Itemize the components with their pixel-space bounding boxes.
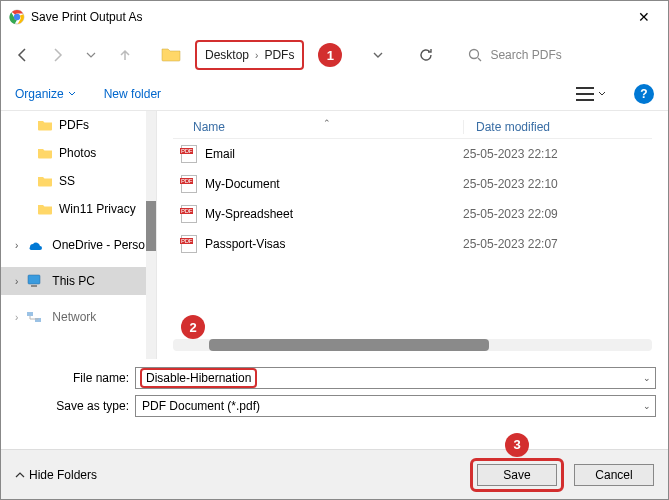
filename-value: Disable-Hibernation xyxy=(140,368,257,388)
file-row[interactable]: Passport-Visas25-05-2023 22:07 xyxy=(173,229,652,259)
saveastype-select[interactable]: PDF Document (*.pdf) ⌄ xyxy=(135,395,656,417)
annotation-callout-1: 1 xyxy=(318,43,342,67)
search-icon xyxy=(468,48,482,62)
filename-input[interactable]: Disable-Hibernation ⌄ xyxy=(135,367,656,389)
save-button[interactable]: Save xyxy=(477,464,557,486)
file-row[interactable]: My-Spreadsheet25-05-2023 22:09 xyxy=(173,199,652,229)
sidebar-item-pdfs[interactable]: PDFs xyxy=(1,111,156,139)
sidebar-item-win11[interactable]: Win11 Privacy xyxy=(1,195,156,223)
search-placeholder: Search PDFs xyxy=(490,48,561,62)
svg-rect-4 xyxy=(31,285,37,287)
organize-menu[interactable]: Organize xyxy=(15,87,76,101)
chevron-up-icon xyxy=(15,470,25,480)
file-row[interactable]: My-Document25-05-2023 22:10 xyxy=(173,169,652,199)
annotation-callout-2: 2 xyxy=(181,315,205,339)
pdf-icon xyxy=(181,205,197,223)
annotation-callout-3: 3 xyxy=(505,433,529,457)
new-folder-button[interactable]: New folder xyxy=(104,87,161,101)
breadcrumb-part[interactable]: PDFs xyxy=(264,48,294,62)
sidebar-scroll-thumb[interactable] xyxy=(146,201,156,251)
column-header-name[interactable]: Name⌃ xyxy=(173,120,463,134)
help-button[interactable]: ? xyxy=(634,84,654,104)
svg-rect-3 xyxy=(28,275,40,284)
chevron-down-icon[interactable]: ⌄ xyxy=(643,373,651,383)
list-view-icon xyxy=(576,87,594,101)
pdf-icon xyxy=(181,175,197,193)
sort-indicator-icon: ⌃ xyxy=(323,118,331,128)
refresh-button[interactable] xyxy=(412,41,440,69)
forward-button[interactable] xyxy=(43,41,71,69)
filename-label: File name: xyxy=(49,371,129,385)
back-button[interactable] xyxy=(9,41,37,69)
cancel-button[interactable]: Cancel xyxy=(574,464,654,486)
chevron-down-icon[interactable]: ⌄ xyxy=(643,401,651,411)
sidebar-item-network[interactable]: ›Network xyxy=(1,303,156,331)
address-dropdown[interactable] xyxy=(364,41,392,69)
sidebar-item-onedrive[interactable]: ›OneDrive - Perso xyxy=(1,231,156,259)
file-list: Name⌃ Date modified Email25-05-2023 22:1… xyxy=(157,111,668,359)
breadcrumb-part[interactable]: Desktop xyxy=(205,48,249,62)
sidebar-item-ss[interactable]: SS xyxy=(1,167,156,195)
file-row[interactable]: Email25-05-2023 22:12 xyxy=(173,139,652,169)
column-header-date[interactable]: Date modified xyxy=(463,120,652,134)
hide-folders-button[interactable]: Hide Folders xyxy=(15,468,97,482)
search-input[interactable]: Search PDFs xyxy=(460,39,660,71)
chrome-icon xyxy=(9,9,25,25)
window-title: Save Print Output As xyxy=(31,10,142,24)
pdf-icon xyxy=(181,235,197,253)
svg-point-2 xyxy=(470,50,479,59)
recent-dropdown[interactable] xyxy=(77,41,105,69)
svg-rect-5 xyxy=(27,312,33,316)
pdf-icon xyxy=(181,145,197,163)
up-button[interactable] xyxy=(111,41,139,69)
sidebar-item-photos[interactable]: Photos xyxy=(1,139,156,167)
navigation-pane: PDFs Photos SS Win11 Privacy ›OneDrive -… xyxy=(1,111,157,359)
view-menu[interactable] xyxy=(576,87,606,101)
sidebar-item-thispc[interactable]: ›This PC xyxy=(1,267,156,295)
chevron-right-icon: › xyxy=(255,50,258,61)
saveastype-value: PDF Document (*.pdf) xyxy=(142,399,260,413)
saveastype-label: Save as type: xyxy=(49,399,129,413)
save-button-highlight: 3 Save xyxy=(470,458,564,492)
breadcrumb[interactable]: Desktop › PDFs xyxy=(195,40,304,70)
folder-icon xyxy=(161,46,181,64)
horizontal-scroll-thumb[interactable] xyxy=(209,339,489,351)
horizontal-scrollbar[interactable] xyxy=(173,339,652,351)
close-button[interactable]: ✕ xyxy=(628,5,660,29)
